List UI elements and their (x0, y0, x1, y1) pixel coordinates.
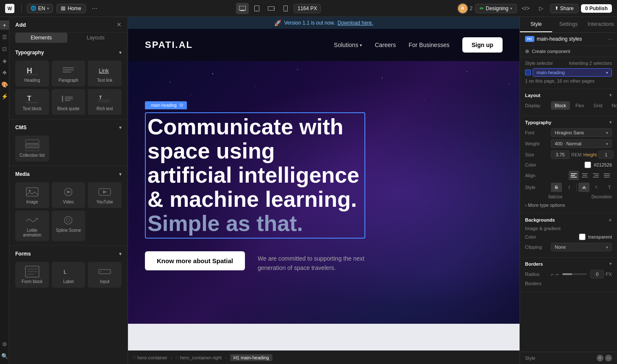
form-block-element[interactable]: Form block (15, 262, 49, 288)
video-element[interactable]: Video (52, 182, 86, 208)
normal-text-btn[interactable]: T (604, 183, 615, 192)
display-none[interactable]: None (608, 101, 617, 110)
nav-businesses[interactable]: For Businesses (409, 42, 449, 48)
cta-button[interactable]: Know more about Spatial (145, 251, 245, 270)
color-swatch[interactable] (584, 161, 591, 168)
display-grid[interactable]: Grid (590, 101, 606, 110)
align-justify[interactable] (602, 171, 612, 180)
canvas-size[interactable]: 1164 PX (294, 4, 321, 13)
page-tab[interactable]: Home (56, 4, 86, 13)
italic-btn[interactable]: I (564, 183, 575, 192)
designing-mode-button[interactable]: ✏ Designing ▾ (475, 4, 517, 13)
add-panel-icon[interactable]: + (0, 20, 9, 30)
bottom-dash-icon[interactable]: — (605, 355, 612, 361)
style-selector-dropdown[interactable]: main-heading ▾ (533, 68, 612, 77)
download-link[interactable]: Download here. (338, 20, 373, 26)
components-icon[interactable]: ❖ (0, 68, 9, 77)
paragraph-element[interactable]: Paragraph (52, 61, 86, 86)
navigator-icon[interactable]: ☰ (0, 32, 9, 42)
mobile-view-button[interactable] (279, 3, 292, 14)
panel-close-icon[interactable]: ✕ (117, 21, 122, 28)
radius-corner-icon[interactable]: ⌐ (551, 271, 554, 278)
bg-color-swatch[interactable] (579, 233, 586, 240)
weight-selector[interactable]: 400 · Normal ▾ (551, 139, 612, 148)
radius-input[interactable] (590, 270, 604, 278)
style-icon[interactable]: 🎨 (0, 80, 9, 89)
main-heading[interactable]: Communicate with space using artificial … (145, 112, 365, 239)
pages-icon[interactable]: ⊡ (0, 44, 9, 53)
tab-elements[interactable]: Elements (15, 33, 67, 43)
tab-settings[interactable]: Settings (552, 17, 584, 32)
typography-toggle[interactable]: ▾ (119, 50, 122, 56)
nav-careers[interactable]: Careers (375, 42, 396, 48)
breadcrumb-hero-container[interactable]: □ hero-container (133, 355, 167, 360)
size-input[interactable] (551, 150, 570, 159)
image-element[interactable]: Image (15, 182, 49, 208)
youtube-element[interactable]: YouTube (88, 182, 122, 208)
align-right[interactable] (591, 171, 601, 180)
tab-layouts[interactable]: Layouts (70, 33, 122, 43)
breadcrumb-hero-container-right[interactable]: □ hero_container-right (176, 355, 222, 360)
rich-text-element[interactable]: T Rich text (88, 89, 122, 115)
tab-interactions[interactable]: Interactions (585, 17, 617, 32)
breadcrumb-h1-main-heading[interactable]: H1 main-heading (230, 354, 272, 361)
collection-list-element[interactable]: Collection list (15, 136, 49, 161)
display-block[interactable]: Block (551, 101, 570, 110)
language-selector[interactable]: 🌐 EN ▾ (27, 4, 53, 13)
typography-toggle-icon[interactable]: ▾ (609, 119, 612, 125)
spline-element[interactable]: Spline Scene (52, 211, 86, 241)
search-icon[interactable]: 🔍 (0, 351, 9, 361)
lottie-element[interactable]: Lottie animation (15, 211, 49, 241)
heading-gear-icon[interactable]: ⚙ (179, 103, 183, 108)
strikethrough-text-btn[interactable]: A̶ (578, 183, 589, 192)
media-toggle[interactable]: ▾ (119, 171, 122, 177)
label-element[interactable]: L Label (52, 262, 86, 288)
interactions-icon[interactable]: ⚡ (0, 92, 9, 101)
strikethrough-btn[interactable]: S (551, 183, 562, 192)
tab-style[interactable]: Style (520, 17, 552, 32)
block-quote-element[interactable]: Block quote (52, 89, 86, 115)
text-link-element[interactable]: Link Text link (88, 61, 122, 86)
decoration-label: Decoration (592, 195, 612, 199)
radius-all-corners-icon[interactable]: ⌐ (556, 271, 559, 278)
add-background-button[interactable]: + (609, 217, 612, 223)
heading-element[interactable]: H Heading (15, 61, 49, 86)
create-component-button[interactable]: ⊕ Create component (520, 46, 617, 57)
align-left[interactable] (569, 171, 579, 180)
bottom-close-icon[interactable]: ✕ (597, 355, 603, 361)
more-type-options[interactable]: › More type options (525, 201, 612, 209)
style-selector-arrow-icon: ▾ (606, 70, 608, 75)
align-center[interactable] (580, 171, 590, 180)
layout-title: Layout (525, 93, 540, 98)
layout-toggle[interactable]: ▾ (609, 92, 612, 98)
input-element[interactable]: Input (88, 262, 122, 288)
cms-toggle[interactable]: ▾ (119, 125, 122, 131)
forms-toggle[interactable]: ▾ (119, 251, 122, 257)
superscript-btn[interactable]: T↑ (591, 183, 602, 192)
canvas-inner[interactable]: SPATI.AL Solutions ▾ Careers For Busines… (128, 29, 520, 350)
nav-solutions[interactable]: Solutions ▾ (334, 42, 362, 48)
height-input[interactable] (598, 150, 614, 159)
more-tabs-button[interactable]: ··· (89, 3, 100, 14)
clipping-selector[interactable]: None ▾ (551, 243, 612, 251)
text-block-label: Text block (23, 106, 42, 111)
settings-icon[interactable]: ⚙ (0, 339, 9, 349)
app-logo[interactable]: W (5, 4, 14, 13)
radius-slider[interactable] (562, 273, 587, 275)
preview-button[interactable]: ▷ (535, 3, 548, 14)
publish-button[interactable]: 0 Publish (581, 4, 612, 13)
heading-selection-tag[interactable]: main-heading ⚙ (145, 101, 187, 109)
desktop-view-button[interactable] (236, 3, 249, 14)
mobile-landscape-button[interactable] (265, 3, 278, 14)
block-quote-icon (61, 93, 76, 105)
nav-signup-button[interactable]: Sign up (462, 37, 503, 53)
tablet-view-button[interactable] (250, 3, 263, 14)
share-button[interactable]: ⬆ Share (550, 4, 578, 13)
code-view-button[interactable]: </> (520, 3, 532, 14)
display-flex[interactable]: Flex (572, 101, 588, 110)
assets-icon[interactable]: ◈ (0, 56, 9, 65)
font-selector[interactable]: Hiragino Sans ▾ (551, 128, 612, 137)
borders-toggle[interactable]: ▾ (609, 261, 612, 267)
text-block-element[interactable]: T Text block (15, 89, 49, 115)
style-header-menu[interactable]: ··· (608, 36, 612, 42)
